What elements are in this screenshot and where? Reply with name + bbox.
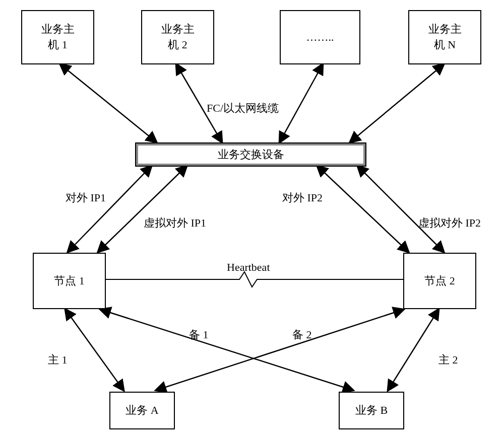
- svg-line-9: [101, 310, 353, 390]
- svg-line-0: [60, 64, 156, 142]
- primary1-label: 主 1: [48, 352, 68, 368]
- svg-line-5: [98, 166, 186, 252]
- external-ip1-label: 对外 IP1: [66, 190, 106, 205]
- service-box-b: 业务 B: [339, 392, 404, 429]
- svg-line-11: [156, 310, 403, 390]
- host-box-n: 业务主 机 N: [408, 10, 481, 64]
- primary2-label: 主 2: [438, 352, 458, 368]
- svg-line-2: [280, 64, 323, 142]
- svg-line-4: [68, 166, 151, 252]
- svg-line-10: [388, 310, 438, 390]
- host-box-ellipsis: ……..: [280, 10, 360, 64]
- virtual-ip2-label: 虚拟对外 IP2: [418, 215, 481, 231]
- cable-label: FC/以太网线缆: [207, 101, 279, 116]
- switch-box: 业务交换设备: [136, 143, 365, 166]
- service-box-a: 业务 A: [109, 392, 175, 429]
- svg-line-3: [350, 64, 444, 142]
- svg-line-6: [318, 166, 408, 252]
- heartbeat-label: Heartbeat: [227, 261, 270, 274]
- backup1-label: 备 1: [189, 327, 209, 342]
- host-box-2: 业务主 机 2: [141, 10, 214, 64]
- virtual-ip1-label: 虚拟对外 IP1: [144, 215, 206, 231]
- node-box-1: 节点 1: [33, 253, 106, 309]
- node-box-2: 节点 2: [403, 253, 476, 309]
- backup2-label: 备 2: [292, 327, 312, 342]
- svg-line-7: [358, 166, 444, 252]
- external-ip2-label: 对外 IP2: [282, 190, 323, 205]
- host-box-1: 业务主 机 1: [21, 10, 94, 64]
- svg-line-8: [66, 310, 123, 390]
